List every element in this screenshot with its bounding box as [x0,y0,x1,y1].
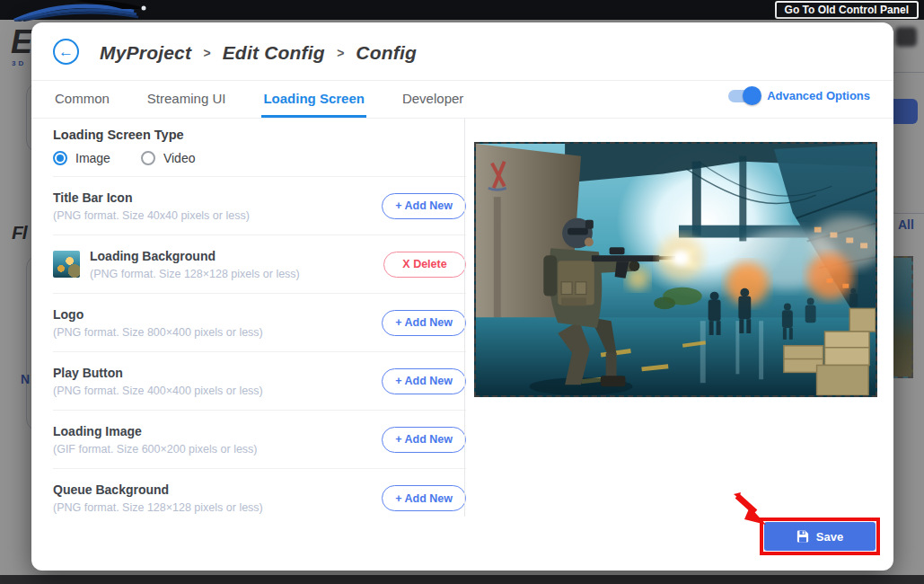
breadcrumb-config: Config [356,42,417,63]
asset-subtitle: (PNG format. Size 400×400 pixels or less… [53,385,263,397]
loading-screen-type-section: Loading Screen Type Image Video [53,118,466,177]
page: E 3D Fl N All Go To Old Control Panel ← … [0,0,924,584]
radio-selected-icon[interactable] [53,151,67,165]
loading-screen-type-label: Loading Screen Type [53,128,466,142]
asset-subtitle: (PNG format. Size 128×128 pixels or less… [53,501,263,514]
loading-screen-type-options: Image Video [53,151,466,165]
asset-row-loading-image: Loading Image (GIF format. Size 600×200 … [53,411,466,469]
asset-subtitle: (PNG format. Size 128×128 pixels or less… [90,268,300,280]
annotation-arrow-icon [728,491,768,526]
save-button-label: Save [816,530,843,544]
asset-row-queue-background: Queue Background (PNG format. Size 128×1… [53,469,466,527]
asset-title: Loading Image [53,424,258,438]
tab-developer[interactable]: Developer [400,81,465,118]
toggle-knob [743,86,761,105]
breadcrumb-project[interactable]: MyProject [100,42,191,63]
save-button[interactable]: Save [764,522,876,551]
loading-background-preview-image [474,142,877,397]
delete-button[interactable]: X Delete [383,252,466,278]
asset-title: Queue Background [53,482,263,497]
tab-loading-screen[interactable]: Loading Screen [261,81,366,118]
radio-unselected-icon[interactable] [141,151,155,165]
loading-background-thumbnail [53,251,80,278]
radio-option-image[interactable]: Image [53,151,110,165]
combat-scene-illustration [476,144,876,395]
asset-subtitle: (PNG format. Size 800×400 pixels or less… [53,326,263,339]
tab-bar: Common Streaming UI Loading Screen Devel… [53,81,465,118]
eagle-logo-icon [13,0,156,22]
breadcrumb-separator: > [203,46,210,60]
save-highlight-box: Save [760,518,880,555]
tab-common[interactable]: Common [53,81,111,118]
radio-image-label: Image [75,151,110,165]
advanced-options-toggle[interactable] [728,90,759,102]
radio-option-video[interactable]: Video [141,151,196,165]
asset-list: Loading Screen Type Image Video Title Ba… [53,118,466,527]
asset-row-logo: Logo (PNG format. Size 800×400 pixels or… [53,294,466,352]
back-arrow-icon: ← [58,43,74,61]
breadcrumb-edit-config[interactable]: Edit Config [223,42,325,63]
add-new-button[interactable]: + Add New [382,485,466,511]
advanced-options-label: Advanced Options [767,89,870,102]
add-new-button[interactable]: + Add New [382,427,466,453]
add-new-button[interactable]: + Add New [382,193,466,219]
top-navbar: Go To Old Control Panel [0,0,924,20]
asset-title: Play Button [53,366,263,380]
asset-row-play-button: Play Button (PNG format. Size 400×400 pi… [53,352,466,411]
save-icon [796,530,809,543]
asset-subtitle: (GIF format. Size 600×200 pixels or less… [53,443,258,456]
add-new-button[interactable]: + Add New [382,310,466,336]
column-divider [464,118,465,517]
asset-title: Loading Background [90,249,300,263]
asset-title: Logo [53,307,263,322]
edit-config-modal: ← MyProject > Edit Config > Config Commo… [31,22,893,571]
asset-row-loading-background: Loading Background (PNG format. Size 128… [53,235,466,294]
asset-title: Title Bar Icon [53,190,250,205]
breadcrumb-separator: > [337,46,344,60]
asset-subtitle: (PNG format. Size 40x40 pixels or less) [53,209,250,222]
advanced-options-control: Advanced Options [728,89,870,102]
tab-streaming-ui[interactable]: Streaming UI [145,81,228,118]
go-to-old-control-panel-button[interactable]: Go To Old Control Panel [775,1,919,19]
breadcrumb: MyProject > Edit Config > Config [100,42,417,64]
add-new-button[interactable]: + Add New [382,368,466,394]
back-button[interactable]: ← [53,39,79,65]
asset-row-title-bar-icon: Title Bar Icon (PNG format. Size 40x40 p… [53,177,466,235]
radio-video-label: Video [163,151,196,165]
